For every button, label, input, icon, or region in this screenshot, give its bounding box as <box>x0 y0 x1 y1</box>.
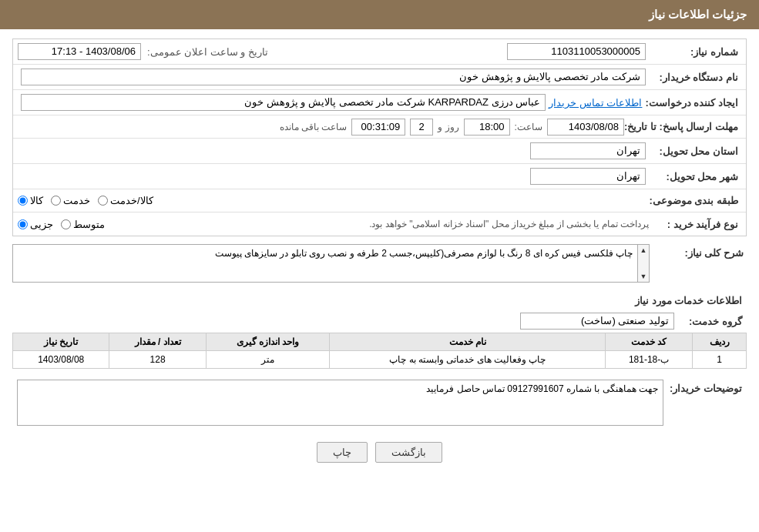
page-title: جزئیات اطلاعات نیاز <box>649 8 747 21</box>
process-option-jozii[interactable]: جزیی <box>18 219 53 230</box>
scroll-arrows[interactable]: ▲ ▼ <box>637 244 650 283</box>
button-row: بازگشت چاپ <box>12 433 747 469</box>
service-group-row: گروه خدمت: تولید صنعتی (ساخت) <box>12 309 747 333</box>
need-number-value: 1103110053000005 <box>268 42 649 62</box>
category-kala-label: کالا <box>30 195 43 206</box>
city-label: شهر محل تحویل: <box>649 171 741 182</box>
category-option-khedmat[interactable]: خدمت <box>51 195 90 206</box>
requester-org-label: نام دستگاه خریدار: <box>649 72 741 83</box>
category-radio-kala-khedmat[interactable] <box>98 196 108 206</box>
category-label: طبقه بندی موضوعی: <box>649 195 741 206</box>
process-fields: پرداخت تمام یا بخشی از مبلغ خریداز محل "… <box>18 219 649 230</box>
process-radio-mutavassit[interactable] <box>61 219 71 229</box>
process-jozii-label: جزیی <box>30 219 53 230</box>
col-code: کد خدمت <box>606 333 693 351</box>
process-label: نوع فرآیند خرید : <box>649 219 741 230</box>
col-quantity: تعداد / مقدار <box>109 333 206 351</box>
services-section: اطلاعات خدمات مورد نیاز گروه خدمت: تولید… <box>12 290 747 369</box>
city-value: تهران <box>18 166 649 186</box>
category-option-kala[interactable]: کالا <box>18 195 43 206</box>
process-option-mutavassit[interactable]: متوسط <box>61 219 105 230</box>
service-group-value: تولید صنعتی (ساخت) <box>520 313 674 330</box>
category-radio-kala[interactable] <box>18 196 28 206</box>
deadline-countdown-label: ساعت باقی مانده <box>280 122 348 132</box>
requester-person-row: ایجاد کننده درخواست: اطلاعات تماس خریدار… <box>13 90 746 115</box>
table-row: 1ب-18-181چاپ وفعالیت های خدماتی وابسته ب… <box>13 351 747 369</box>
need-number-label: شماره نیاز: <box>649 46 741 58</box>
requester-person-label: ایجاد کننده درخواست: <box>645 97 741 109</box>
cell-date: 1403/08/08 <box>13 351 109 369</box>
need-desc-value: چاپ فلکسی فیس کره ای 8 رنگ با لوازم مصرف… <box>12 244 637 283</box>
province-value: تهران <box>18 141 649 161</box>
buyer-desc-label: توضیحات خریدار: <box>670 380 742 394</box>
announcement-date-value: 1403/08/06 - 17:13 <box>18 43 141 60</box>
deadline-countdown-field: 00:31:09 <box>351 119 405 136</box>
requester-person-field: عباس درزی KARPARDAZ شرکت مادر تخصصی پالا… <box>21 94 546 111</box>
col-row: ردیف <box>693 333 747 351</box>
service-group-label: گروه خدمت: <box>680 316 742 327</box>
buyer-desc-section: توضیحات خریدار: <box>12 375 747 433</box>
cell-unit: متر <box>206 351 330 369</box>
category-option-kala-khedmat[interactable]: کالا/خدمت <box>98 195 153 206</box>
deadline-days-field: 2 <box>410 119 433 136</box>
col-name: نام خدمت <box>330 333 606 351</box>
requester-org-row: نام دستگاه خریدار: شرکت مادر تخصصی پالای… <box>13 65 746 90</box>
category-row: طبقه بندی موضوعی: کالا/خدمت خدمت کالا <box>13 189 746 212</box>
need-number-field: 1103110053000005 <box>507 43 646 60</box>
deadline-time-field: 18:00 <box>464 119 510 136</box>
cell-quantity: 128 <box>109 351 206 369</box>
category-khedmat-label: خدمت <box>63 195 90 206</box>
print-button[interactable]: چاپ <box>317 442 368 463</box>
deadline-label: مهلت ارسال پاسخ: تا تاریخ: <box>624 121 741 132</box>
city-row: شهر محل تحویل: تهران <box>13 164 746 189</box>
cell-name: چاپ وفعالیت های خدماتی وابسته به چاپ <box>330 351 606 369</box>
main-form-section: شماره نیاز: 1103110053000005 تاریخ و ساع… <box>12 38 747 236</box>
need-desc-section: شرح کلی نیاز: ▲ ▼ چاپ فلکسی فیس کره ای 8… <box>12 244 747 283</box>
category-radio-khedmat[interactable] <box>51 196 61 206</box>
buyer-desc-container <box>17 380 663 428</box>
city-field: تهران <box>530 168 646 185</box>
buyer-desc-textarea[interactable] <box>17 380 663 426</box>
back-button[interactable]: بازگشت <box>375 442 442 463</box>
need-desc-label: شرح کلی نیاز: <box>654 244 747 259</box>
page-container: جزئیات اطلاعات نیاز شماره نیاز: 11031100… <box>0 0 759 532</box>
category-options: کالا/خدمت خدمت کالا <box>18 195 649 206</box>
page-header: جزئیات اطلاعات نیاز <box>0 0 759 29</box>
deadline-fields: 1403/08/08 ساعت: 18:00 روز و 2 00:31:09 … <box>18 119 624 136</box>
category-kala-khedmat-label: کالا/خدمت <box>110 195 153 206</box>
province-row: استان محل تحویل: تهران <box>13 139 746 164</box>
need-desc-scrollbar: ▲ ▼ <box>637 244 650 283</box>
content-area: شماره نیاز: 1103110053000005 تاریخ و ساع… <box>0 29 759 478</box>
requester-person-value: اطلاعات تماس خریدار عباس درزی KARPARDAZ … <box>18 92 645 112</box>
announcement-date-label: تاریخ و ساعت اعلان عمومی: <box>141 46 268 58</box>
process-mutavassit-label: متوسط <box>73 219 105 230</box>
process-radio-jozii[interactable] <box>18 219 28 229</box>
need-desc-container: ▲ ▼ چاپ فلکسی فیس کره ای 8 رنگ با لوازم … <box>12 244 650 283</box>
province-field: تهران <box>530 142 646 159</box>
col-date: تاریخ نیاز <box>13 333 109 351</box>
deadline-row: مهلت ارسال پاسخ: تا تاریخ: 1403/08/08 سا… <box>13 115 746 139</box>
services-title: اطلاعات خدمات مورد نیاز <box>12 290 747 309</box>
contact-info-link[interactable]: اطلاعات تماس خریدار <box>549 97 642 109</box>
cell-code: ب-18-181 <box>606 351 693 369</box>
col-unit: واحد اندازه گیری <box>206 333 330 351</box>
process-note: پرداخت تمام یا بخشی از مبلغ خریداز محل "… <box>113 219 649 229</box>
cell-row: 1 <box>693 351 747 369</box>
scroll-up-icon[interactable]: ▲ <box>638 245 649 256</box>
requester-org-field: شرکت مادر تخصصی پالایش و پژوهش خون <box>21 69 646 85</box>
deadline-time-label: ساعت: <box>515 122 542 132</box>
deadline-date-field: 1403/08/08 <box>547 119 624 136</box>
deadline-days-label: روز و <box>438 122 458 132</box>
scroll-down-icon[interactable]: ▼ <box>638 271 649 282</box>
process-row: نوع فرآیند خرید : پرداخت تمام یا بخشی از… <box>13 212 746 236</box>
province-label: استان محل تحویل: <box>649 146 741 157</box>
requester-org-value: شرکت مادر تخصصی پالایش و پژوهش خون <box>18 67 649 87</box>
need-number-row: شماره نیاز: 1103110053000005 تاریخ و ساع… <box>13 39 746 65</box>
services-table: ردیف کد خدمت نام خدمت واحد اندازه گیری ت… <box>12 333 747 369</box>
